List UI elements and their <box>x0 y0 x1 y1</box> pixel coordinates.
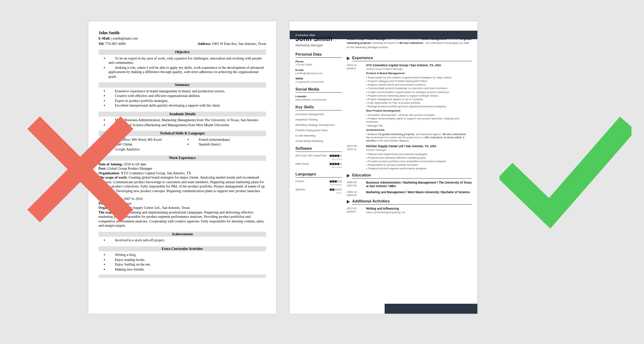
list-item: Google Analytics <box>108 147 182 152</box>
achievement-line: My involvement in a stock sell-off proje… <box>366 136 472 142</box>
tel-line: Tel: 774-987-4009 <box>98 42 138 46</box>
objective-list: To be an expert in my area of work, with… <box>98 56 266 79</box>
summary-list: Extensive experience in brand management… <box>98 89 266 108</box>
keyskills-heading: Key Skills <box>295 105 342 111</box>
job-2: Date of Joining: 2007 to 2010 Post: Prod… <box>98 197 266 228</box>
sidebar: John Smith Marketing Manager Personal Da… <box>295 35 342 305</box>
bullet: Prepare communication plans to support n… <box>366 117 472 123</box>
extra-heading: Extra Curricular Activities <box>98 246 266 252</box>
extra-list: Writing a blog. Enjoy reading books. Enj… <box>98 253 266 272</box>
list-item: Creative with effective and efficient or… <box>108 94 266 98</box>
contact-www: WWWcv.uptowork.com/j.smith <box>295 77 342 83</box>
achievements-heading: Achievements <box>98 232 266 237</box>
bullet: Analyze market trends and recommend solu… <box>366 83 472 86</box>
list-item: Expert in product portfolio strategies. <box>108 99 266 103</box>
work-heading: Work Experience <box>98 155 266 161</box>
list-item: Mail Chimp <box>108 142 182 147</box>
bullet: Prepared and delivered effective marketi… <box>366 156 472 159</box>
experience-heading: Experience <box>347 56 472 61</box>
academic-list: MBA (Business Administration, Marketing … <box>98 118 266 127</box>
list-item: Extensive experience in brand management… <box>108 89 266 94</box>
contact-email: E-mailj.smith@uptowork.com <box>295 68 342 75</box>
skill-item: Portfolio Deployment Plans <box>295 129 342 132</box>
education-1: 2005-09 - 2007-05 Business Administratio… <box>347 181 472 188</box>
resume-good: Curriculum Vitae John Smith Marketing Ma… <box>290 21 477 314</box>
list-item: Writing a blog. <box>108 253 266 257</box>
address: Address: 1905 W East Ave, San Antonio, T… <box>197 42 266 46</box>
job-1: Date of Joining: 2010 to till date Post:… <box>98 162 266 194</box>
skill-item: Marketing Strategy Development <box>295 123 342 127</box>
footer-accent <box>385 304 477 314</box>
bullet: Create communication support plans for s… <box>366 91 472 94</box>
title: Marketing Manager <box>295 43 342 47</box>
software-item: Mail Chimp Very Good <box>295 162 342 168</box>
experience-2: 2007-09 - 2010-11 Kitchen Supply Center … <box>347 144 472 171</box>
list-item: Involved in a stock sell-off project. <box>108 238 266 243</box>
education-2: 2000-10 - 2004-05 Marketing and Manageme… <box>347 190 472 197</box>
social-linkedin: LinkedInwww.linkedin.com/johnutw <box>295 95 342 101</box>
summary-heading: Summary <box>98 82 266 88</box>
bullet: Innovation development - develop new pro… <box>366 113 472 117</box>
list-item: Enjoy reading books. <box>108 258 266 262</box>
bullet: Manage product portfolio (product segmen… <box>366 105 472 108</box>
experience-1: 2010-12 - present XYZ Cosmetics Capital … <box>347 63 472 142</box>
academic-heading: Academic Details <box>98 112 266 117</box>
arrow-right-icon <box>347 57 350 60</box>
skill-item: E-mail Marketing <box>295 134 342 137</box>
bullet: Provided product portfolios and competit… <box>366 160 472 163</box>
rating-dots <box>330 155 342 157</box>
bullet: Prepare Category and Portfolio Deploymen… <box>366 79 472 83</box>
activity-1: 2012-01 - present Writing and Influencin… <box>347 207 472 215</box>
bullet: Project management (teams of up to 5 peo… <box>366 98 472 101</box>
rating-dots <box>330 180 342 183</box>
list-item: MS Office: MS Word, MS Excel <box>108 138 182 142</box>
list-item: Spanish (basic) <box>192 142 266 147</box>
education-heading: Education <box>347 173 472 179</box>
skill-item: Innovation Management <box>295 113 342 116</box>
software-heading: Software <box>295 146 342 152</box>
objective-heading: Objective <box>98 50 266 55</box>
list-item: Making new friends. <box>108 267 266 272</box>
skill-item: Analytical Thinking <box>295 118 342 121</box>
bullet: Communicate product knowledge to custome… <box>366 87 472 90</box>
personal-heading: Personal Data <box>295 52 342 58</box>
list-item: Enjoy Surfing on the net. <box>108 262 266 267</box>
list-item: Bachelor of Science (Marketing and Manag… <box>108 123 266 128</box>
bullet: Prepared product segment performance ana… <box>366 167 472 170</box>
arrow-right-icon <box>347 174 350 178</box>
software-item: MS Excel, MS PowerPoint Very Good <box>295 154 342 160</box>
resume-bad: John Smith E-Mail: j.smith@mail.com Tel:… <box>88 21 276 314</box>
bullet: Prepare annual marketing plans to suppor… <box>366 94 472 97</box>
main-column: Global Group Product Manager with 7 year… <box>347 35 472 305</box>
email-line: E-Mail: j.smith@mail.com <box>98 36 138 41</box>
arrow-right-icon <box>347 200 350 204</box>
achievements-list: Involved in a stock sell-off project. <box>98 238 266 243</box>
social-heading: Social Media <box>295 87 342 93</box>
languages-heading: Languages <box>295 172 342 178</box>
summary: Global Group Product Manager with 7 year… <box>347 37 472 49</box>
list-item: Seeking a role, where I will be able to … <box>108 66 266 79</box>
contact-phone: Phone774-987-4009 <box>295 60 342 66</box>
bullet: Planned and implemented promotional camp… <box>366 153 472 156</box>
skill-item: Social Media Marketing <box>295 139 342 143</box>
tech-skills: MS Office: MS Word, MS Excel Mail Chimp … <box>98 138 182 152</box>
list-item: To be an expert in my area of work, with… <box>108 56 266 65</box>
skills-heading: Technical Skills & Languages <box>98 131 266 136</box>
achievement-line: I finalized 10 global marketing projects… <box>366 133 472 136</box>
name: John Smith <box>295 35 342 43</box>
check-mark-icon <box>500 105 632 237</box>
bullet: Manage P&L. <box>366 124 472 127</box>
rating-dots <box>330 163 342 165</box>
bullet: Responsible for the creation of global b… <box>366 76 472 79</box>
bullet: Responsible for product portfolio foreca… <box>366 163 472 166</box>
activities-heading: Additional Activities <box>347 199 472 205</box>
name: John Smith <box>98 30 138 36</box>
lang-skills: French (intermediate) Spanish (basic) <box>182 138 266 152</box>
list-item: French (intermediate) <box>192 138 266 142</box>
rating-dots <box>330 189 342 191</box>
language-item: French Intermediate <box>295 180 342 186</box>
language-item: Spanish Basic <box>295 188 342 194</box>
bullet: Fully responsible for P&L of product por… <box>366 101 472 104</box>
comparison-stage: John Smith E-Mail: j.smith@mail.com Tel:… <box>0 0 644 344</box>
list-item: MBA (Business Administration, Marketing … <box>108 118 266 123</box>
